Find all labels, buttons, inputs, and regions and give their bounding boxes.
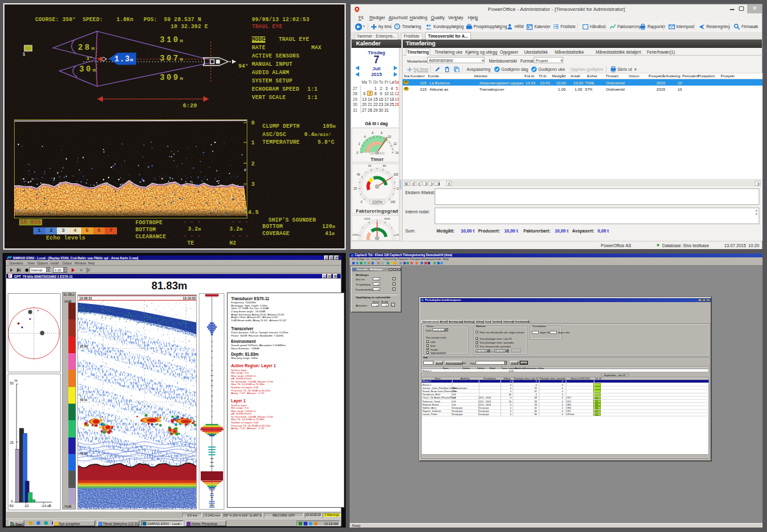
svg-text:50 m: 50 m [80, 398, 88, 402]
svg-text:25: 25 [10, 440, 13, 444]
svg-text:25 m: 25 m [80, 344, 88, 348]
svg-text:-32: -32 [24, 503, 29, 507]
svg-text:6: 6 [372, 132, 374, 135]
svg-text:20: 20 [353, 187, 357, 190]
svg-text:0: 0 [360, 201, 362, 204]
svg-text:4: 4 [364, 135, 366, 139]
svg-text:0: 0 [11, 499, 13, 503]
svg-text:40: 40 [357, 173, 360, 176]
svg-text:60: 60 [368, 165, 372, 167]
svg-text:13:10:03: 13:10:03 [183, 296, 196, 300]
svg-text:%: % [14, 378, 17, 382]
svg-text:2: 2 [359, 142, 360, 146]
svg-text:0: 0 [357, 151, 359, 155]
svg-text:100%: 100% [372, 200, 383, 204]
svg-text:13:08:31: 13:08:31 [79, 296, 92, 300]
svg-text:8: 8 [381, 132, 383, 135]
svg-text:140: 140 [391, 201, 396, 204]
svg-text:10: 10 [388, 135, 392, 139]
svg-text:3000: 3000 [384, 217, 391, 220]
svg-text:100: 100 [393, 173, 398, 176]
svg-text:1000: 1000 [352, 233, 359, 236]
svg-text:2000: 2000 [364, 217, 371, 220]
svg-text:12: 12 [393, 142, 397, 146]
svg-text:-50: -50 [8, 503, 13, 507]
svg-text:50: 50 [10, 381, 13, 384]
svg-text:-14 dB: -14 dB [41, 503, 52, 507]
svg-text:80: 80 [383, 165, 387, 167]
